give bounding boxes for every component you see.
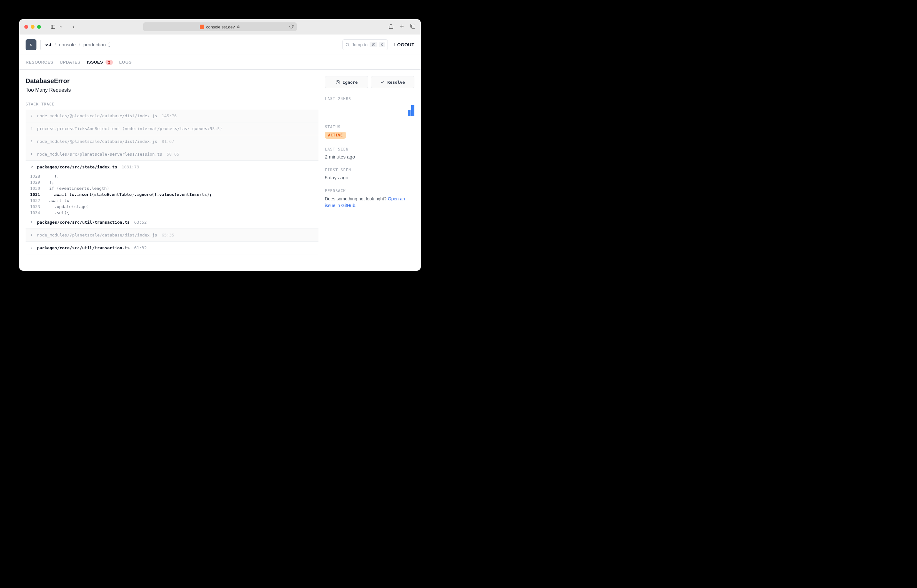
- frame-path: packages/core/src/state/index.ts: [37, 165, 117, 170]
- chevron-updown-icon: ⌃⌄: [108, 43, 111, 47]
- tab-bar: RESOURCESUPDATESISSUES2LOGS: [19, 55, 421, 69]
- resolve-button[interactable]: Resolve: [371, 76, 414, 88]
- chevron-right-icon: [30, 139, 34, 144]
- frame-header: process.processTicksAndRejections (node:…: [26, 123, 319, 135]
- new-tab-icon[interactable]: [399, 23, 405, 31]
- frame-header: node_modules/src/planetscale-serverless/…: [26, 148, 319, 160]
- line-number: 1029: [30, 180, 44, 185]
- logout-button[interactable]: LOGOUT: [394, 42, 414, 47]
- jump-to-placeholder: Jump to: [352, 42, 368, 47]
- issue-title: DatabaseError: [26, 78, 319, 85]
- crumb-separator: /: [79, 42, 80, 47]
- stack-frame[interactable]: process.processTicksAndRejections (node:…: [26, 123, 319, 135]
- status-badge: ACTIVE: [325, 132, 346, 139]
- feedback-label: FEEDBACK: [325, 189, 414, 193]
- tab-resources[interactable]: RESOURCES: [26, 60, 53, 65]
- last-seen-label: LAST SEEN: [325, 147, 414, 152]
- crumb-stage: production: [84, 42, 106, 47]
- frame-path: node_modules/@planetscale/database/dist/…: [37, 139, 157, 144]
- tab-label: UPDATES: [60, 60, 81, 65]
- svg-point-6: [346, 43, 349, 46]
- frame-path: process.processTicksAndRejections (node:…: [37, 126, 222, 131]
- svg-rect-0: [51, 25, 55, 29]
- frame-path: node_modules/@planetscale/database/dist/…: [37, 113, 157, 118]
- tab-label: RESOURCES: [26, 60, 53, 65]
- line-text: ),: [44, 174, 59, 179]
- stage-selector[interactable]: production ⌃⌄: [84, 42, 111, 47]
- code-line: 1030 if (eventInserts.length): [26, 185, 319, 191]
- sparkline-bar: [408, 110, 411, 116]
- share-icon[interactable]: [388, 23, 394, 31]
- tab-badge: 2: [105, 60, 113, 65]
- chevron-down-icon[interactable]: [59, 24, 63, 30]
- stack-frame[interactable]: node_modules/@planetscale/database/dist/…: [26, 229, 319, 242]
- first-seen-value: 5 days ago: [325, 175, 414, 180]
- back-button[interactable]: [70, 24, 78, 30]
- frame-location: 81:67: [162, 139, 174, 144]
- site-favicon-icon: [200, 24, 204, 29]
- ignore-button[interactable]: Ignore: [325, 76, 368, 88]
- stack-frame[interactable]: node_modules/@planetscale/database/dist/…: [26, 135, 319, 148]
- line-text: if (eventInserts.length): [44, 186, 109, 191]
- frame-header: node_modules/@planetscale/database/dist/…: [26, 135, 319, 148]
- frame-header: node_modules/@planetscale/database/dist/…: [26, 110, 319, 122]
- reload-icon[interactable]: [289, 24, 294, 30]
- frame-location: 61:32: [134, 246, 147, 250]
- first-seen-label: FIRST SEEN: [325, 168, 414, 172]
- address-bar[interactable]: console.sst.dev 🔒︎: [143, 23, 297, 31]
- kbd-key: K: [379, 42, 385, 47]
- crumb-org[interactable]: sst: [44, 42, 52, 47]
- last-seen-value: 2 minutes ago: [325, 154, 414, 160]
- tab-logs[interactable]: LOGS: [119, 60, 132, 65]
- search-icon: [345, 42, 350, 47]
- line-text: await tx.insert(stateEventTable).ignore(…: [44, 192, 212, 197]
- ignore-label: Ignore: [343, 80, 358, 85]
- code-line: 1034 .set({: [26, 210, 319, 216]
- crumb-separator: /: [55, 42, 56, 47]
- code-line: 1029 );: [26, 179, 319, 185]
- chevron-right-icon: [30, 152, 34, 157]
- chevron-right-icon: [30, 233, 34, 237]
- maximize-window-button[interactable]: [37, 25, 41, 29]
- chevron-right-icon: [30, 246, 34, 250]
- minimize-window-button[interactable]: [31, 25, 34, 29]
- line-text: await tx: [44, 198, 69, 203]
- issue-subtitle: Too Many Requests: [26, 87, 319, 93]
- main-content: DatabaseError Too Many Requests STACK TR…: [19, 69, 325, 271]
- code-line: 1031 await tx.insert(stateEventTable).ig…: [26, 191, 319, 197]
- svg-rect-5: [411, 25, 415, 28]
- resolve-label: Resolve: [388, 80, 405, 85]
- sparkline-bar: [411, 105, 414, 116]
- kbd-meta: ⌘: [370, 42, 377, 47]
- line-number: 1032: [30, 198, 44, 203]
- frame-location: 145:76: [162, 113, 177, 118]
- line-number: 1028: [30, 174, 44, 179]
- stack-frame[interactable]: packages/core/src/state/index.ts1031:731…: [26, 161, 319, 216]
- frame-location: 58:65: [167, 152, 179, 157]
- tab-issues[interactable]: ISSUES2: [87, 60, 113, 65]
- app-logo[interactable]: s: [26, 39, 36, 50]
- check-icon: [380, 80, 385, 84]
- line-text: );: [44, 180, 54, 185]
- stack-frame[interactable]: node_modules/src/planetscale-serverless/…: [26, 148, 319, 161]
- sidebar-toggle-icon[interactable]: [49, 24, 57, 30]
- stack-frame[interactable]: node_modules/@planetscale/database/dist/…: [26, 110, 319, 123]
- frame-header: packages/core/src/util/transaction.ts61:…: [26, 242, 319, 254]
- stack-frame[interactable]: packages/core/src/util/transaction.ts63:…: [26, 216, 319, 229]
- crumb-app[interactable]: console: [59, 42, 76, 47]
- frame-path: packages/core/src/util/transaction.ts: [37, 220, 130, 225]
- lock-icon: 🔒︎: [237, 25, 240, 29]
- tabs-overview-icon[interactable]: [410, 23, 416, 31]
- frame-location: 63:52: [134, 220, 147, 225]
- tab-label: ISSUES: [87, 60, 103, 65]
- close-window-button[interactable]: [24, 25, 28, 29]
- frame-path: node_modules/src/planetscale-serverless/…: [37, 152, 162, 157]
- chevron-down-icon: [30, 165, 34, 170]
- jump-to-search[interactable]: Jump to ⌘ K: [343, 39, 388, 50]
- stack-frame[interactable]: packages/core/src/util/transaction.ts61:…: [26, 242, 319, 254]
- tab-updates[interactable]: UPDATES: [60, 60, 81, 65]
- frame-path: packages/core/src/util/transaction.ts: [37, 246, 130, 250]
- code-line: 1028 ),: [26, 173, 319, 179]
- stack-trace-label: STACK TRACE: [26, 102, 319, 107]
- app-header: s sst / console / production ⌃⌄ Jump to …: [19, 34, 421, 55]
